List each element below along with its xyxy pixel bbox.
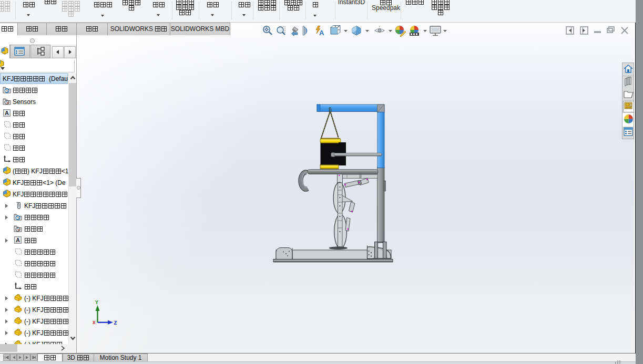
svg-text:Z: Z — [114, 320, 117, 326]
svg-text:A: A — [319, 29, 324, 37]
svg-text:A: A — [5, 110, 9, 116]
svg-text:X: X — [93, 320, 96, 326]
svg-text:A: A — [16, 237, 20, 243]
svg-text:Y: Y — [95, 300, 98, 306]
